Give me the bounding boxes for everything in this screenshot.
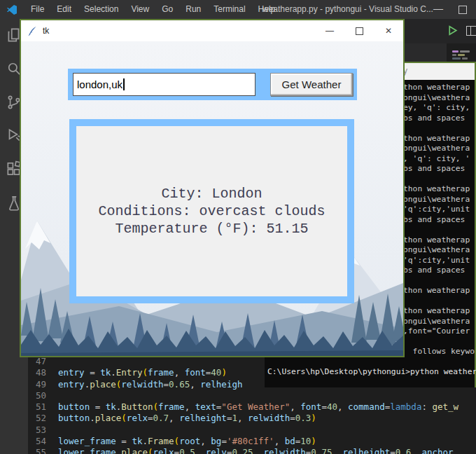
code-token: '#80c1ff' xyxy=(227,436,274,446)
code-token: 10 xyxy=(300,436,311,446)
console-output-line: ongui\weathera xyxy=(403,93,475,104)
code-token: font xyxy=(300,401,321,412)
code-token: entry xyxy=(58,379,85,390)
code-token: . xyxy=(90,413,95,423)
code-token: = xyxy=(164,379,169,390)
code-token: . xyxy=(111,367,116,378)
code-token: entry xyxy=(58,367,85,378)
tk-content: london,uk Get Weather City: LondonCondit… xyxy=(21,41,403,356)
code-token: lower_frame xyxy=(58,436,116,446)
line-number: 55 xyxy=(28,447,46,454)
menu-item[interactable]: File xyxy=(24,0,50,19)
code-token: place xyxy=(90,379,116,390)
vscode-logo-icon xyxy=(6,4,18,15)
city-entry-value: london,uk xyxy=(77,78,122,90)
console-output-line: bs and spaces xyxy=(403,266,475,276)
console-output-line: ongui\weathera xyxy=(403,144,475,154)
menu-item[interactable]: Go xyxy=(155,0,179,19)
code-token: command xyxy=(348,401,385,412)
code-token: anchor xyxy=(421,447,453,454)
line-number: 47 xyxy=(28,356,46,366)
text-caret xyxy=(123,78,125,90)
code-token: ) xyxy=(311,413,316,423)
console-output-line: 'q':city,'unit xyxy=(403,256,475,266)
line-number: 51 xyxy=(28,401,46,412)
menu-item[interactable]: View xyxy=(125,0,155,19)
menu-item[interactable]: Edit xyxy=(50,0,78,19)
code-token: , xyxy=(200,436,211,446)
menu-item[interactable]: Run xyxy=(179,0,207,19)
code-token: place xyxy=(95,413,122,423)
code-token: button xyxy=(58,413,90,423)
code-token: , xyxy=(337,401,348,412)
tk-maximize-icon[interactable] xyxy=(344,20,374,41)
vscode-titlebar: FileEditSelectionViewGoRunTerminalHelp w… xyxy=(0,0,476,19)
code-token: frame xyxy=(158,401,185,412)
console-output-line: ongui\weathera xyxy=(403,245,475,256)
run-python-file-icon[interactable] xyxy=(447,25,458,36)
menu-item[interactable]: Terminal xyxy=(207,0,251,19)
code-token: bg xyxy=(211,436,221,446)
code-token: 0.5 xyxy=(179,447,195,454)
weather-text-line: Conditions: overcast clouds xyxy=(76,202,347,220)
code-token: tk xyxy=(100,367,111,378)
search-frame: london,uk Get Weather xyxy=(68,69,357,100)
console-output-line: ey, 'q': city, xyxy=(403,103,475,114)
maximize-icon[interactable] xyxy=(458,6,467,14)
console-output-line: bs and spaces xyxy=(403,215,475,226)
tk-window-title: tk xyxy=(43,26,49,36)
code-line: 54lower_frame = tk.Frame(root, bg='#80c1… xyxy=(28,436,476,447)
line-number: 54 xyxy=(28,436,46,446)
console-prompt-line: C:\Users\hp\Desktop\pythongui>python wea… xyxy=(267,367,476,376)
console-output-line: thon weatherap xyxy=(403,184,475,195)
console-output-line: 'q':city,'unit xyxy=(403,205,475,215)
code-token: = xyxy=(290,413,295,423)
console-output-line: bs and spaces xyxy=(403,114,475,124)
tk-feather-icon xyxy=(27,26,38,36)
code-token: , xyxy=(274,436,285,446)
console-output-line: thon weatherap xyxy=(403,83,475,93)
code-token: , xyxy=(174,367,185,378)
code-token: relheight xyxy=(179,413,227,423)
line-number: 53 xyxy=(28,425,46,435)
get-weather-label: Get Weather xyxy=(282,78,342,90)
code-token: relwidth xyxy=(121,379,163,390)
code-token: Button xyxy=(121,401,153,412)
window-title: weatherapp.py - pythongui - Visual Studi… xyxy=(262,0,433,19)
console-output-line: ongui\weathera xyxy=(403,317,475,327)
city-entry[interactable]: london,uk xyxy=(73,73,255,96)
console-output-line: thon weatherap xyxy=(403,235,475,246)
tk-minimize-icon[interactable]: — xyxy=(315,20,344,41)
code-token: = xyxy=(148,413,153,423)
code-token: relwidth xyxy=(248,413,290,423)
code-token: font xyxy=(185,367,206,378)
split-editor-icon[interactable] xyxy=(466,26,476,36)
code-line: 53 xyxy=(28,425,476,436)
console-output-line: follows keywo xyxy=(403,347,475,357)
code-token: rely xyxy=(206,447,227,454)
editor-tab-stub[interactable] xyxy=(405,43,447,62)
code-token: = xyxy=(90,401,106,412)
console-output-line: ,font="Courier xyxy=(403,326,475,337)
code-token: = xyxy=(174,447,180,454)
code-token: tk xyxy=(106,401,116,412)
code-token: place xyxy=(121,447,148,454)
get-weather-button[interactable]: Get Weather xyxy=(270,73,353,96)
code-line: 52button.place(relx=0.7, relheight=1, re… xyxy=(28,413,476,424)
code-token: , xyxy=(169,413,179,423)
console-output-line xyxy=(403,123,475,134)
code-token: = xyxy=(390,447,396,454)
code-line: 51button = tk.Button(frame, text="Get We… xyxy=(28,401,476,413)
code-token: 40 xyxy=(211,367,221,378)
code-token: ) xyxy=(311,436,316,446)
code-token: bd xyxy=(285,436,295,446)
console-output-line xyxy=(403,296,475,307)
tk-close-icon[interactable]: ✕ xyxy=(374,20,403,41)
code-line: 55lower_frame.place(relx=0.5, rely=0.25,… xyxy=(28,447,476,454)
result-frame: City: LondonConditions: overcast cloudsT… xyxy=(69,119,354,303)
minimize-icon[interactable]: — xyxy=(428,0,448,18)
menu-item[interactable]: Selection xyxy=(78,0,125,19)
code-token: , xyxy=(185,401,195,412)
console-output-line xyxy=(403,337,475,348)
console-output-line: bs and spaces xyxy=(403,164,475,174)
